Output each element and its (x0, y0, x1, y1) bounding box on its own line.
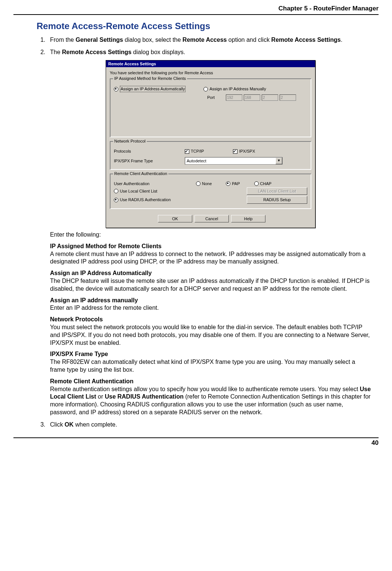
block-ip-method: IP Assigned Method for Remote Clients A … (50, 243, 371, 266)
groupbox-remote-auth: Remote Client Authentication User Authen… (110, 174, 311, 209)
ip-octet-1[interactable]: 192 (226, 94, 242, 101)
block-remote-auth: Remote Client Authentication Remote auth… (50, 378, 371, 416)
dialog-body: You have selected the following ports fo… (106, 67, 315, 228)
block-title: IP Assigned Method for Remote Clients (50, 243, 371, 250)
checkbox-ipxspx[interactable]: IPX/SPX (233, 149, 255, 154)
main-content: Remote Access-Remote Access Settings Fro… (37, 20, 371, 428)
combo-value: Autodetect (185, 158, 276, 163)
steps-list: From the General Settings dialog box, se… (37, 36, 371, 428)
text: dialog box displays. (131, 49, 185, 55)
dialog-footer: OK Cancel Help (110, 213, 311, 225)
cancel-button[interactable]: Cancel (195, 215, 229, 222)
radio-use-radius[interactable]: Use RADIUS Authentication (114, 197, 171, 202)
userauth-label: User Authentication (114, 181, 162, 186)
radio-label: None (202, 181, 212, 186)
remote-access-settings-dialog: Remote Access Settings You have selected… (106, 60, 315, 228)
block-title: Remote Client Authentication (50, 378, 371, 386)
text: or (96, 393, 105, 400)
step-3: Click OK when complete. (47, 421, 371, 429)
groupbox-ip-method: IP Assigned Method for Remote Clients As… (110, 78, 311, 137)
text: From the (50, 37, 75, 43)
text: dialog box, select the (123, 37, 183, 43)
header-rule (13, 14, 379, 15)
text: . (341, 37, 342, 43)
chevron-down-icon[interactable]: ▼ (276, 157, 282, 164)
radio-icon (114, 189, 118, 193)
block-title: Network Protocols (50, 316, 371, 324)
radio-icon (254, 181, 259, 186)
radio-pap[interactable]: PAP (226, 181, 240, 186)
radio-label: Use RADIUS Authentication (120, 197, 171, 202)
frametype-label: IPX/SPX Frame Type (114, 158, 162, 163)
step-1: From the General Settings dialog box, se… (47, 36, 371, 44)
enter-following-text: Enter the following: (50, 231, 371, 239)
dialog-titlebar: Remote Access Settings (106, 60, 315, 67)
radio-assign-manual[interactable]: Assign an IP Address Manually (203, 86, 266, 91)
checkbox-tcpip[interactable]: TCP/IP (185, 149, 204, 154)
radio-label: Use Local Client List (120, 188, 157, 194)
bold-text: Remote Access Settings (271, 37, 341, 43)
block-body: Enter an IP address for the remote clien… (50, 305, 159, 311)
radio-use-local[interactable]: Use Local Client List (114, 188, 157, 194)
block-assign-manual: Assign an IP address manually Enter an I… (50, 297, 371, 312)
protocols-label: Protocols (114, 149, 162, 154)
frametype-combo[interactable]: Autodetect ▼ (185, 157, 283, 165)
dialog-screenshot: Remote Access Settings You have selected… (50, 60, 371, 228)
dialog-info-text: You have selected the following ports fo… (110, 70, 311, 75)
block-body: A remote client must have an IP address … (50, 251, 365, 265)
block-network-protocols: Network Protocols You must select the ne… (50, 316, 371, 347)
groupbox-label: Remote Client Authentication (113, 171, 168, 176)
block-body: The RF802EW can automatically detect wha… (50, 359, 355, 373)
groupbox-label: Network Protocol (113, 138, 147, 144)
ok-button[interactable]: OK (158, 215, 192, 222)
section-title: Remote Access-Remote Access Settings (37, 20, 371, 32)
block-body: You must select the network protocols yo… (50, 324, 370, 346)
page-number: 40 (13, 439, 379, 447)
block-title: Assign an IP address manually (50, 297, 371, 305)
radius-setup-button[interactable]: RADIUS Setup (247, 196, 307, 203)
port-label: Port (207, 95, 226, 100)
text: Click (50, 421, 65, 428)
groupbox-label: IP Assigned Method for Remote Clients (113, 76, 187, 81)
block-assign-auto: Assign an IP Address Automatically The D… (50, 269, 371, 293)
groupbox-network-protocol: Network Protocol Protocols TCP/IP IPX/SP… (110, 141, 311, 169)
checkbox-icon (233, 149, 237, 154)
text: The (50, 49, 62, 55)
radio-icon (203, 87, 208, 91)
block-body: The DHCP feature will issue the remote s… (50, 278, 370, 292)
block-title: IPX/SPX Frame Type (50, 350, 371, 358)
text: option and click (227, 37, 271, 43)
block-body-pre: Remote authentication settings allow you… (50, 386, 360, 392)
bold-text: Use RADIUS Authentication (105, 393, 184, 400)
chapter-header: Chapter 5 - RouteFinder Manager (13, 4, 379, 13)
lan-local-client-list-button: LAN Local Client List (247, 187, 307, 195)
block-frame-type: IPX/SPX Frame Type The RF802EW can autom… (50, 350, 371, 374)
radio-none[interactable]: None (196, 181, 212, 186)
ip-octet-3[interactable]: 2 (262, 94, 278, 101)
ip-octet-2[interactable]: 168 (244, 94, 260, 101)
bold-text: General Settings (75, 37, 123, 43)
radio-chap[interactable]: CHAP (254, 181, 272, 186)
block-title: Assign an IP Address Automatically (50, 269, 371, 277)
radio-label: Assign an IP Address Automatically (120, 86, 186, 92)
checkbox-icon (185, 149, 189, 154)
footer-rule (13, 437, 379, 438)
bold-text: Remote Access Settings (62, 49, 131, 55)
radio-label: Assign an IP Address Manually (209, 86, 266, 91)
help-button[interactable]: Help (231, 215, 265, 222)
radio-label: PAP (232, 181, 240, 186)
step-2: The Remote Access Settings dialog box di… (47, 49, 371, 416)
bold-text: OK (65, 421, 74, 428)
radio-icon (114, 198, 118, 202)
checkbox-label: TCP/IP (191, 149, 204, 154)
radio-icon (196, 181, 200, 186)
radio-assign-auto[interactable]: Assign an IP Address Automatically (114, 86, 186, 92)
radio-icon (114, 87, 118, 91)
checkbox-label: IPX/SPX (239, 149, 255, 154)
text: when complete. (74, 421, 117, 428)
radio-icon (226, 181, 230, 186)
radio-label: CHAP (260, 181, 272, 186)
bold-text: Remote Access (183, 37, 227, 43)
ip-octet-4[interactable]: 2 (280, 94, 296, 101)
